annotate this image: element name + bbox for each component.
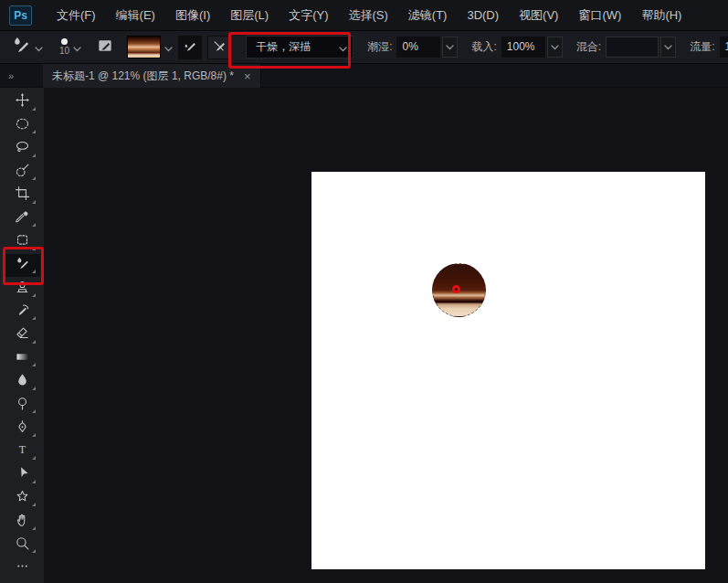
menu-filter[interactable]: 滤镜(T)	[398, 0, 458, 31]
path-select-tool[interactable]	[4, 463, 40, 487]
edit-toolbar[interactable]	[4, 556, 40, 580]
eraser-tool[interactable]	[4, 323, 40, 347]
ellipse-marquee-tool[interactable]	[4, 114, 40, 138]
mix-value[interactable]	[606, 37, 659, 58]
type-icon: T	[15, 442, 30, 461]
menu-type[interactable]: 文字(Y)	[279, 0, 338, 31]
clone-stamp-tool[interactable]	[4, 277, 40, 301]
chevron-down-icon[interactable]	[73, 39, 81, 56]
dodge-icon	[15, 396, 30, 415]
history-brush-tool[interactable]	[4, 301, 40, 324]
close-icon[interactable]: ×	[244, 70, 251, 82]
type-tool[interactable]: T	[4, 440, 40, 464]
menu-edit[interactable]: 编辑(E)	[106, 0, 165, 31]
tool-flyout-triangle-icon	[32, 270, 36, 273]
history-brush-icon	[15, 302, 30, 322]
eyedropper-tool[interactable]	[4, 207, 40, 231]
crop-icon	[15, 186, 30, 205]
hand-tool[interactable]	[4, 510, 40, 534]
load-dropdown-button[interactable]	[547, 37, 563, 58]
tool-flyout-triangle-icon	[32, 247, 36, 250]
chevron-down-icon	[339, 39, 347, 56]
chevron-down-icon	[164, 39, 173, 56]
zoom-tool[interactable]	[4, 534, 40, 557]
clean-brush-after-stroke-button[interactable]	[207, 36, 231, 59]
document-tab[interactable]: 未标题-1 @ 121% (图层 1, RGB/8#) * ×	[43, 64, 261, 88]
mixer-brush-tool[interactable]	[4, 254, 40, 278]
clean-brush-after-stroke-icon	[211, 37, 227, 57]
tool-flyout-triangle-icon	[32, 387, 36, 390]
brush-cursor-ring	[452, 285, 460, 293]
document-tab-title: 未标题-1 @ 121% (图层 1, RGB/8#) *	[52, 69, 234, 84]
wet-dropdown-button[interactable]	[442, 37, 458, 58]
menu-layer[interactable]: 图层(L)	[220, 0, 279, 31]
tool-preset-button[interactable]	[11, 36, 43, 59]
copper-paint-swatch	[127, 36, 161, 58]
pen-tool[interactable]	[4, 417, 40, 440]
hand-icon	[15, 512, 30, 531]
load-brush-after-stroke-button[interactable]	[178, 36, 202, 59]
toggle-brush-settings-panel-button[interactable]	[94, 37, 116, 58]
lasso-tool[interactable]	[4, 137, 40, 161]
eraser-icon	[15, 325, 30, 344]
edit-toolbar-icon	[15, 558, 30, 578]
mix-label: 混合:	[576, 39, 601, 55]
load-value[interactable]: 100%	[501, 37, 545, 58]
document-canvas[interactable]	[311, 172, 705, 569]
patch-icon	[15, 232, 30, 251]
gradient-tool[interactable]	[4, 347, 40, 371]
mix-dropdown-button[interactable]	[660, 37, 676, 58]
wetness-preset-dropdown[interactable]: 干燥，深描	[246, 36, 353, 58]
panel-expand-chevrons[interactable]: »	[0, 64, 43, 87]
menu-help[interactable]: 帮助(H)	[631, 0, 691, 31]
crop-tool[interactable]	[4, 184, 40, 207]
tool-flyout-triangle-icon	[32, 433, 36, 437]
menu-select[interactable]: 选择(S)	[338, 0, 397, 31]
mixer-brush-icon	[15, 256, 30, 275]
path-select-icon	[15, 465, 30, 484]
shape-icon	[15, 489, 30, 508]
dodge-tool[interactable]	[4, 394, 40, 418]
tool-options-bar: 10 干燥，深描	[0, 31, 728, 64]
menu-image[interactable]: 图像(I)	[165, 0, 220, 31]
tool-flyout-triangle-icon	[32, 200, 36, 204]
selection-brush-tool[interactable]	[4, 161, 40, 185]
tool-flyout-triangle-icon	[32, 456, 36, 460]
menu-view[interactable]: 视图(V)	[509, 0, 568, 31]
patch-tool[interactable]	[4, 230, 40, 254]
blur-icon	[15, 372, 30, 391]
flow-label: 流量:	[690, 39, 714, 55]
wetness-preset-value: 干燥，深描	[256, 39, 311, 55]
tool-flyout-triangle-icon	[32, 549, 36, 553]
brush-settings-panel-icon	[96, 37, 114, 58]
tool-flyout-triangle-icon	[32, 340, 36, 344]
load-brush-after-stroke-icon	[182, 37, 198, 57]
tool-flyout-triangle-icon	[32, 316, 36, 320]
current-brush-load-swatch[interactable]	[127, 36, 173, 58]
zoom-icon	[15, 535, 30, 555]
shape-tool[interactable]	[4, 487, 40, 511]
menu-3d[interactable]: 3D(D)	[457, 0, 509, 31]
tool-flyout-triangle-icon	[32, 176, 36, 180]
menu-bar: Ps 文件(F) 编辑(E) 图像(I) 图层(L) 文字(Y) 选择(S) 滤…	[0, 0, 728, 31]
pasteboard	[44, 88, 728, 583]
tool-flyout-triangle-icon	[32, 223, 36, 227]
document-tab-bar: » 未标题-1 @ 121% (图层 1, RGB/8#) * ×	[0, 64, 728, 88]
tool-flyout-triangle-icon	[32, 526, 36, 530]
tool-flyout-triangle-icon	[32, 107, 36, 111]
wet-value[interactable]: 0%	[396, 37, 440, 58]
blur-tool[interactable]	[4, 370, 40, 394]
tool-flyout-triangle-icon	[32, 480, 36, 483]
tool-flyout-triangle-icon	[32, 409, 36, 413]
move-icon	[15, 92, 30, 111]
move-tool[interactable]	[4, 90, 40, 114]
menu-file[interactable]: 文件(F)	[47, 0, 106, 31]
load-label: 载入:	[471, 39, 496, 55]
brush-preset-picker[interactable]: 10	[59, 38, 69, 56]
flow-value[interactable]: 100%	[720, 37, 728, 58]
menu-window[interactable]: 窗口(W)	[568, 0, 631, 31]
brush-tip-preview-icon	[61, 38, 68, 45]
workspace: T	[0, 88, 728, 583]
gradient-icon	[15, 349, 30, 368]
flow-setting: 流量: 100%	[690, 37, 728, 58]
